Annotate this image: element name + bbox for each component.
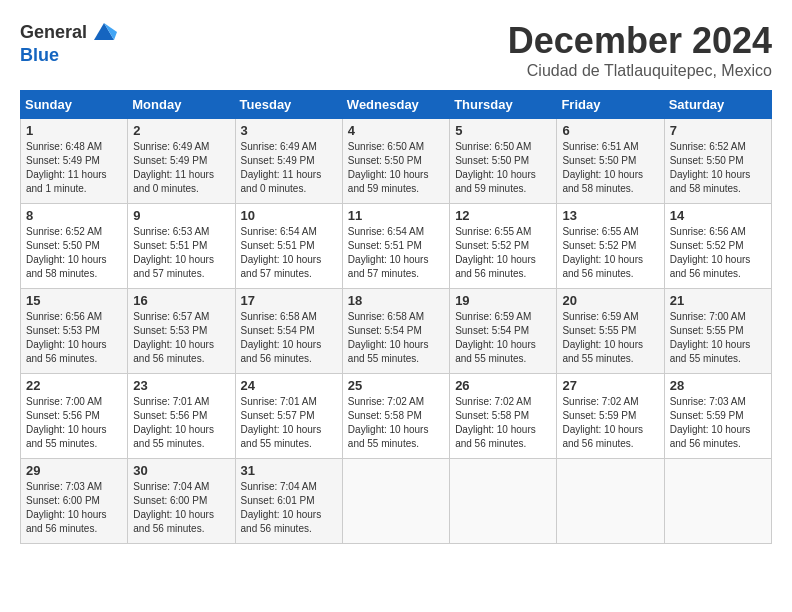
weekday-header: Saturday bbox=[664, 91, 771, 119]
day-number: 5 bbox=[455, 123, 551, 138]
day-number: 23 bbox=[133, 378, 229, 393]
day-number: 7 bbox=[670, 123, 766, 138]
calendar-week-row: 1 Sunrise: 6:48 AM Sunset: 5:49 PM Dayli… bbox=[21, 119, 772, 204]
calendar-cell: 20 Sunrise: 6:59 AM Sunset: 5:55 PM Dayl… bbox=[557, 289, 664, 374]
day-number: 9 bbox=[133, 208, 229, 223]
day-info: Sunrise: 7:04 AM Sunset: 6:00 PM Dayligh… bbox=[133, 481, 214, 534]
day-info: Sunrise: 7:03 AM Sunset: 6:00 PM Dayligh… bbox=[26, 481, 107, 534]
calendar-cell: 3 Sunrise: 6:49 AM Sunset: 5:49 PM Dayli… bbox=[235, 119, 342, 204]
calendar-cell: 23 Sunrise: 7:01 AM Sunset: 5:56 PM Dayl… bbox=[128, 374, 235, 459]
day-info: Sunrise: 6:54 AM Sunset: 5:51 PM Dayligh… bbox=[241, 226, 322, 279]
calendar-cell: 14 Sunrise: 6:56 AM Sunset: 5:52 PM Dayl… bbox=[664, 204, 771, 289]
calendar-cell: 9 Sunrise: 6:53 AM Sunset: 5:51 PM Dayli… bbox=[128, 204, 235, 289]
day-number: 20 bbox=[562, 293, 658, 308]
calendar-cell: 17 Sunrise: 6:58 AM Sunset: 5:54 PM Dayl… bbox=[235, 289, 342, 374]
day-info: Sunrise: 6:56 AM Sunset: 5:53 PM Dayligh… bbox=[26, 311, 107, 364]
day-number: 13 bbox=[562, 208, 658, 223]
calendar-cell: 19 Sunrise: 6:59 AM Sunset: 5:54 PM Dayl… bbox=[450, 289, 557, 374]
day-number: 31 bbox=[241, 463, 337, 478]
weekday-header: Wednesday bbox=[342, 91, 449, 119]
page-header: General Blue December 2024 Ciudad de Tla… bbox=[20, 20, 772, 80]
day-number: 2 bbox=[133, 123, 229, 138]
day-info: Sunrise: 6:49 AM Sunset: 5:49 PM Dayligh… bbox=[133, 141, 214, 194]
weekday-header: Sunday bbox=[21, 91, 128, 119]
day-number: 8 bbox=[26, 208, 122, 223]
day-number: 29 bbox=[26, 463, 122, 478]
day-number: 16 bbox=[133, 293, 229, 308]
weekday-header: Thursday bbox=[450, 91, 557, 119]
day-info: Sunrise: 6:58 AM Sunset: 5:54 PM Dayligh… bbox=[241, 311, 322, 364]
logo-icon bbox=[89, 20, 119, 45]
day-info: Sunrise: 7:04 AM Sunset: 6:01 PM Dayligh… bbox=[241, 481, 322, 534]
calendar-cell: 21 Sunrise: 7:00 AM Sunset: 5:55 PM Dayl… bbox=[664, 289, 771, 374]
calendar-cell: 5 Sunrise: 6:50 AM Sunset: 5:50 PM Dayli… bbox=[450, 119, 557, 204]
calendar-cell: 24 Sunrise: 7:01 AM Sunset: 5:57 PM Dayl… bbox=[235, 374, 342, 459]
day-number: 25 bbox=[348, 378, 444, 393]
day-info: Sunrise: 6:56 AM Sunset: 5:52 PM Dayligh… bbox=[670, 226, 751, 279]
calendar-cell: 7 Sunrise: 6:52 AM Sunset: 5:50 PM Dayli… bbox=[664, 119, 771, 204]
calendar-cell: 2 Sunrise: 6:49 AM Sunset: 5:49 PM Dayli… bbox=[128, 119, 235, 204]
calendar-cell: 1 Sunrise: 6:48 AM Sunset: 5:49 PM Dayli… bbox=[21, 119, 128, 204]
calendar-cell: 11 Sunrise: 6:54 AM Sunset: 5:51 PM Dayl… bbox=[342, 204, 449, 289]
day-number: 19 bbox=[455, 293, 551, 308]
calendar-cell: 13 Sunrise: 6:55 AM Sunset: 5:52 PM Dayl… bbox=[557, 204, 664, 289]
weekday-header: Friday bbox=[557, 91, 664, 119]
title-section: December 2024 Ciudad de Tlatlauquitepec,… bbox=[508, 20, 772, 80]
day-number: 4 bbox=[348, 123, 444, 138]
day-info: Sunrise: 6:52 AM Sunset: 5:50 PM Dayligh… bbox=[26, 226, 107, 279]
day-info: Sunrise: 7:00 AM Sunset: 5:55 PM Dayligh… bbox=[670, 311, 751, 364]
day-number: 22 bbox=[26, 378, 122, 393]
day-info: Sunrise: 7:01 AM Sunset: 5:56 PM Dayligh… bbox=[133, 396, 214, 449]
location-title: Ciudad de Tlatlauquitepec, Mexico bbox=[508, 62, 772, 80]
day-info: Sunrise: 6:58 AM Sunset: 5:54 PM Dayligh… bbox=[348, 311, 429, 364]
calendar-cell: 16 Sunrise: 6:57 AM Sunset: 5:53 PM Dayl… bbox=[128, 289, 235, 374]
day-info: Sunrise: 6:51 AM Sunset: 5:50 PM Dayligh… bbox=[562, 141, 643, 194]
day-info: Sunrise: 7:02 AM Sunset: 5:59 PM Dayligh… bbox=[562, 396, 643, 449]
calendar-week-row: 8 Sunrise: 6:52 AM Sunset: 5:50 PM Dayli… bbox=[21, 204, 772, 289]
calendar-week-row: 15 Sunrise: 6:56 AM Sunset: 5:53 PM Dayl… bbox=[21, 289, 772, 374]
day-info: Sunrise: 6:53 AM Sunset: 5:51 PM Dayligh… bbox=[133, 226, 214, 279]
day-number: 26 bbox=[455, 378, 551, 393]
day-number: 18 bbox=[348, 293, 444, 308]
day-number: 30 bbox=[133, 463, 229, 478]
day-number: 11 bbox=[348, 208, 444, 223]
weekday-header: Monday bbox=[128, 91, 235, 119]
day-info: Sunrise: 6:59 AM Sunset: 5:54 PM Dayligh… bbox=[455, 311, 536, 364]
day-number: 1 bbox=[26, 123, 122, 138]
calendar-cell: 28 Sunrise: 7:03 AM Sunset: 5:59 PM Dayl… bbox=[664, 374, 771, 459]
day-number: 6 bbox=[562, 123, 658, 138]
month-year-title: December 2024 bbox=[508, 20, 772, 62]
day-number: 17 bbox=[241, 293, 337, 308]
weekday-header: Tuesday bbox=[235, 91, 342, 119]
calendar-cell: 10 Sunrise: 6:54 AM Sunset: 5:51 PM Dayl… bbox=[235, 204, 342, 289]
calendar-cell: 8 Sunrise: 6:52 AM Sunset: 5:50 PM Dayli… bbox=[21, 204, 128, 289]
day-number: 15 bbox=[26, 293, 122, 308]
day-info: Sunrise: 6:48 AM Sunset: 5:49 PM Dayligh… bbox=[26, 141, 107, 194]
calendar-week-row: 29 Sunrise: 7:03 AM Sunset: 6:00 PM Dayl… bbox=[21, 459, 772, 544]
calendar-header-row: SundayMondayTuesdayWednesdayThursdayFrid… bbox=[21, 91, 772, 119]
day-number: 14 bbox=[670, 208, 766, 223]
calendar-cell: 30 Sunrise: 7:04 AM Sunset: 6:00 PM Dayl… bbox=[128, 459, 235, 544]
calendar-cell: 22 Sunrise: 7:00 AM Sunset: 5:56 PM Dayl… bbox=[21, 374, 128, 459]
calendar-cell bbox=[664, 459, 771, 544]
calendar-cell: 25 Sunrise: 7:02 AM Sunset: 5:58 PM Dayl… bbox=[342, 374, 449, 459]
calendar-cell bbox=[450, 459, 557, 544]
day-info: Sunrise: 6:59 AM Sunset: 5:55 PM Dayligh… bbox=[562, 311, 643, 364]
calendar-cell: 27 Sunrise: 7:02 AM Sunset: 5:59 PM Dayl… bbox=[557, 374, 664, 459]
day-info: Sunrise: 6:55 AM Sunset: 5:52 PM Dayligh… bbox=[455, 226, 536, 279]
day-info: Sunrise: 6:54 AM Sunset: 5:51 PM Dayligh… bbox=[348, 226, 429, 279]
day-info: Sunrise: 6:50 AM Sunset: 5:50 PM Dayligh… bbox=[348, 141, 429, 194]
day-info: Sunrise: 7:02 AM Sunset: 5:58 PM Dayligh… bbox=[455, 396, 536, 449]
day-info: Sunrise: 7:02 AM Sunset: 5:58 PM Dayligh… bbox=[348, 396, 429, 449]
calendar-cell: 18 Sunrise: 6:58 AM Sunset: 5:54 PM Dayl… bbox=[342, 289, 449, 374]
day-number: 12 bbox=[455, 208, 551, 223]
day-number: 21 bbox=[670, 293, 766, 308]
calendar-cell: 29 Sunrise: 7:03 AM Sunset: 6:00 PM Dayl… bbox=[21, 459, 128, 544]
calendar-table: SundayMondayTuesdayWednesdayThursdayFrid… bbox=[20, 90, 772, 544]
day-number: 27 bbox=[562, 378, 658, 393]
day-number: 28 bbox=[670, 378, 766, 393]
calendar-cell bbox=[342, 459, 449, 544]
day-info: Sunrise: 7:00 AM Sunset: 5:56 PM Dayligh… bbox=[26, 396, 107, 449]
logo-blue-text: Blue bbox=[20, 45, 59, 65]
calendar-week-row: 22 Sunrise: 7:00 AM Sunset: 5:56 PM Dayl… bbox=[21, 374, 772, 459]
